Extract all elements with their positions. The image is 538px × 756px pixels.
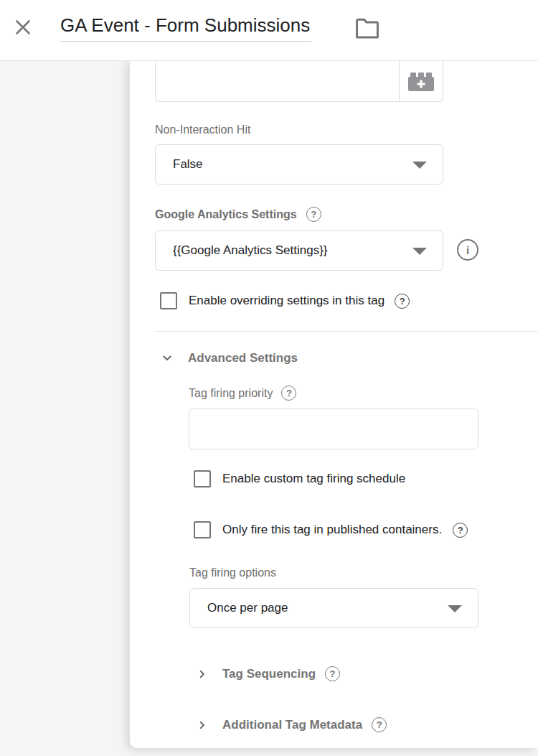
folder-button[interactable] [353,15,382,41]
ga-settings-select[interactable]: {{Google Analytics Settings}} [155,230,443,271]
additional-metadata-help-icon[interactable]: ? [372,717,387,732]
advanced-settings-header[interactable]: Advanced Settings [160,351,298,365]
chevron-right-icon [196,719,209,732]
variable-picker-button[interactable] [399,60,443,101]
tag-firing-options-label: Tag firing options [189,566,276,579]
tag-sequencing-title: Tag Sequencing [222,667,316,681]
editor-header: GA Event - Form Submissions [0,0,538,61]
caret-down-icon [412,162,427,169]
chevron-right-icon [196,668,209,681]
folder-icon [354,17,380,39]
override-settings-row: Enable overriding settings in this tag ? [160,292,410,309]
advanced-settings-title: Advanced Settings [188,351,298,365]
override-settings-label: Enable overriding settings in this tag [189,294,384,308]
variable-brick-icon [407,70,435,92]
non-interaction-hit-value: False [173,157,203,172]
published-only-checkbox[interactable] [194,521,211,538]
custom-schedule-row: Enable custom tag firing schedule [194,470,405,487]
additional-metadata-title: Additional Tag Metadata [222,718,362,732]
override-settings-help-icon[interactable]: ? [395,294,410,309]
tag-sequencing-help-icon[interactable]: ? [325,666,340,681]
gtm-tag-editor: GA Event - Form Submissions No [0,0,538,756]
tag-firing-priority-label: Tag firing priority [189,387,273,400]
non-interaction-hit-select[interactable]: False [155,144,443,185]
caret-down-icon [412,248,427,255]
override-settings-checkbox[interactable] [160,292,177,309]
close-button[interactable] [11,16,34,39]
event-value-input[interactable] [156,60,399,101]
published-only-row: Only fire this tag in published containe… [194,521,468,538]
chevron-down-icon [160,351,174,365]
ga-settings-help-icon[interactable]: ? [306,207,321,222]
tag-firing-priority-input[interactable] [189,409,478,449]
custom-schedule-label: Enable custom tag firing schedule [222,472,405,486]
tag-firing-priority-help-icon[interactable]: ? [281,386,296,401]
ga-settings-label: Google Analytics Settings [155,208,297,221]
tag-firing-options-select[interactable]: Once per page [189,588,478,628]
ga-settings-label-row: Google Analytics Settings ? [155,207,321,222]
non-interaction-hit-label: Non-Interaction Hit [155,123,250,136]
custom-schedule-checkbox[interactable] [194,470,211,487]
tag-firing-priority-label-row: Tag firing priority ? [189,386,296,401]
event-value-field [155,60,443,102]
tag-name-title[interactable]: GA Event - Form Submissions [60,14,311,42]
info-icon[interactable]: i [457,239,478,261]
tag-firing-options-value: Once per page [207,601,288,615]
ga-settings-value: {{Google Analytics Settings}} [173,243,328,258]
published-only-label: Only fire this tag in published containe… [222,523,442,537]
section-divider [155,331,538,332]
caret-down-icon [448,605,462,612]
published-only-help-icon[interactable]: ? [453,523,468,538]
additional-metadata-header[interactable]: Additional Tag Metadata ? [196,717,387,732]
close-icon [12,17,34,38]
tag-config-panel: Non-Interaction Hit False Google Analyti… [130,61,538,748]
tag-sequencing-header[interactable]: Tag Sequencing ? [196,666,340,681]
